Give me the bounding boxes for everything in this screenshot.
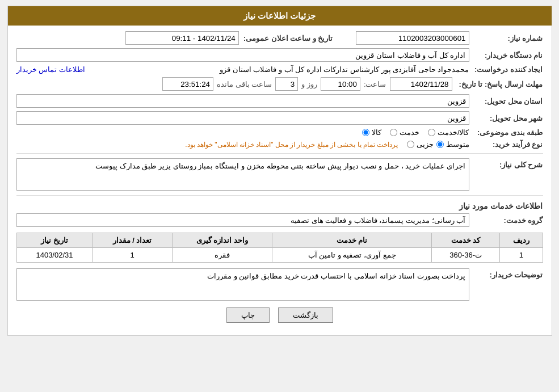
province-input[interactable] <box>16 94 469 108</box>
description-label: شرح کلی نیاز: <box>469 161 543 169</box>
purchase-type-label-jozyi: جزیی <box>417 140 434 149</box>
deadline-remaining-input[interactable] <box>162 77 213 91</box>
table-body: 1ت-36-360جمع آوری، تصفیه و تامین آبفقره1… <box>16 248 543 263</box>
description-row: شرح کلی نیاز: اجرای عملیات خرید ، حمل و … <box>16 158 543 191</box>
col-service-name: نام خدمت <box>272 233 432 248</box>
purchase-type-label-motavasset: متوسط <box>446 140 469 149</box>
category-label-khedmat: خدمت <box>400 128 419 137</box>
city-row: شهر محل تحویل: <box>16 111 543 125</box>
need-number-row: شماره نیاز: تاریخ و ساعت اعلان عمومی: <box>16 31 543 45</box>
table-cell-quantity: 1 <box>93 248 172 263</box>
buyer-notes-row: توضیحات خریدار: پرداخت بصورت اسناد خزانه… <box>16 268 543 301</box>
print-button[interactable]: چاپ <box>226 307 270 323</box>
deadline-label: مهلت ارسال پاسخ: تا تاریخ: <box>452 80 543 88</box>
province-label: استان محل تحویل: <box>469 97 543 106</box>
date-announce-input[interactable] <box>125 31 239 45</box>
table-row: 1ت-36-360جمع آوری، تصفیه و تامین آبفقره1… <box>16 248 543 263</box>
need-number-input[interactable] <box>356 31 469 45</box>
description-textarea[interactable]: اجرای عملیات خرید ، حمل و نصب دیوار پیش … <box>16 158 469 191</box>
deadline-days-label: روز و <box>301 80 317 88</box>
city-input[interactable] <box>16 111 469 125</box>
purchase-type-radio-motavasset[interactable] <box>436 141 444 148</box>
province-row: استان محل تحویل: <box>16 94 543 108</box>
deadline-row: مهلت ارسال پاسخ: تا تاریخ: ساعت: روز و س… <box>16 77 543 91</box>
category-option-kala-khedmat[interactable]: کالا/خدمت <box>428 128 469 137</box>
back-button[interactable]: بازگشت <box>278 307 333 323</box>
table-cell-date: 1403/02/31 <box>16 248 93 263</box>
creator-value: محمدجواد حاجی آفایزدی پور کارشناس تدارکا… <box>90 65 469 74</box>
category-row: طبقه بندی موضوعی: کالا/خدمت خدمت کالا <box>16 128 543 137</box>
page-header: جزئیات اطلاعات نیاز <box>8 6 552 26</box>
requester-org-label: نام دستگاه خریدار: <box>469 51 543 60</box>
requester-org-input[interactable] <box>16 48 469 62</box>
purchase-type-row: نوع فرآیند خرید: متوسط جزیی پرداخت تمام … <box>16 140 543 149</box>
service-group-input[interactable] <box>16 213 469 227</box>
creator-contact-link[interactable]: اطلاعات تماس خریدار <box>16 65 85 74</box>
col-date: تاریخ نیاز <box>16 233 93 248</box>
category-option-kala[interactable]: کالا <box>362 128 381 137</box>
deadline-date-input[interactable] <box>390 77 452 91</box>
category-option-khedmat[interactable]: خدمت <box>390 128 419 137</box>
button-row: بازگشت چاپ <box>16 307 543 323</box>
col-service-code: کد خدمت <box>431 233 500 248</box>
category-label: طبقه بندی موضوعی: <box>469 128 543 137</box>
col-row-num: ردیف <box>500 233 543 248</box>
table-header-row: ردیف کد خدمت نام خدمت واحد اندازه گیری ت… <box>16 233 543 248</box>
category-label-kala: کالا <box>372 128 381 137</box>
purchase-type-motavasset[interactable]: متوسط <box>436 140 469 149</box>
deadline-remaining-label: ساعت باقی مانده <box>217 80 272 88</box>
deadline-time-label: ساعت: <box>364 80 386 88</box>
service-group-row: گروه خدمت: <box>16 213 543 227</box>
category-radio-kala-khedmat[interactable] <box>428 129 435 136</box>
buyer-notes-label: توضیحات خریدار: <box>469 271 543 279</box>
table-cell-row_num: 1 <box>500 248 543 263</box>
col-unit: واحد اندازه گیری <box>172 233 272 248</box>
services-title: اطلاعات خدمات مورد نیاز <box>16 201 543 210</box>
creator-row: ایجاد کننده درخواست: محمدجواد حاجی آفایز… <box>16 65 543 74</box>
deadline-days-input[interactable] <box>275 77 298 91</box>
deadline-time-input[interactable] <box>321 77 360 91</box>
purchase-type-radio-jozyi[interactable] <box>407 141 414 148</box>
purchase-type-options: متوسط جزیی پرداخت تمام یا بخشی از مبلغ خ… <box>185 140 469 149</box>
requester-org-row: نام دستگاه خریدار: <box>16 48 543 62</box>
buyer-notes-textarea[interactable]: پرداخت بصورت اسناد خزانه اسلامی با احتسا… <box>16 268 469 301</box>
category-radio-group: کالا/خدمت خدمت کالا <box>362 128 469 137</box>
page-title: جزئیات اطلاعات نیاز <box>243 11 316 20</box>
services-table: ردیف کد خدمت نام خدمت واحد اندازه گیری ت… <box>16 233 543 263</box>
category-radio-kala[interactable] <box>362 129 369 136</box>
creator-label: ایجاد کننده درخواست: <box>469 65 543 74</box>
col-quantity: تعداد / مقدار <box>93 233 172 248</box>
table-cell-unit: فقره <box>172 248 272 263</box>
date-announce-label: تاریخ و ساعت اعلان عمومی: <box>239 34 333 43</box>
purchase-type-note: پرداخت تمام یا بخشی از مبلغ خریدار از مح… <box>185 141 398 149</box>
table-cell-service_name: جمع آوری، تصفیه و تامین آب <box>272 248 432 263</box>
purchase-type-label: نوع فرآیند خرید: <box>469 140 543 149</box>
services-table-section: ردیف کد خدمت نام خدمت واحد اندازه گیری ت… <box>16 233 543 263</box>
table-cell-service_code: ت-36-360 <box>431 248 500 263</box>
need-number-label: شماره نیاز: <box>469 34 543 43</box>
category-label-kala-khedmat: کالا/خدمت <box>438 128 469 137</box>
category-radio-khedmat[interactable] <box>390 129 397 136</box>
city-label: شهر محل تحویل: <box>469 114 543 123</box>
purchase-type-jozyi[interactable]: جزیی <box>407 140 434 149</box>
service-group-label: گروه خدمت: <box>469 216 543 225</box>
